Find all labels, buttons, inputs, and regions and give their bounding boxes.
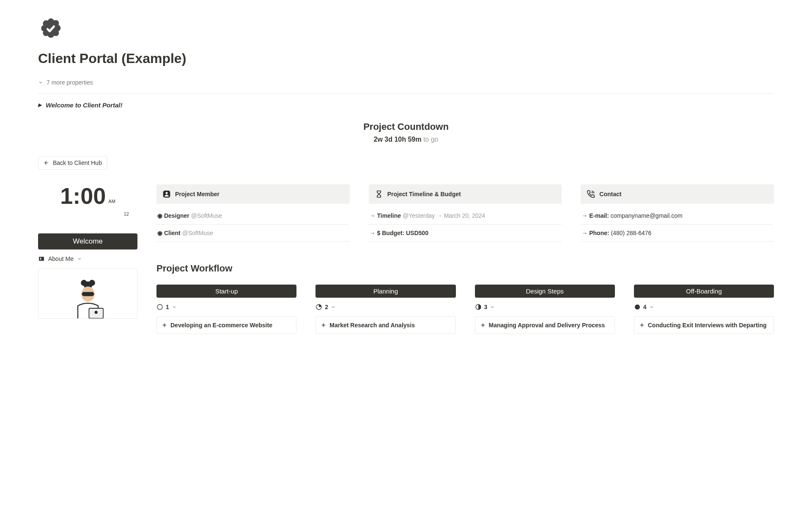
column-header: Start-up [156, 285, 296, 298]
svg-point-11 [166, 192, 168, 194]
card-title: Conducting Exit Interviews with Departin… [648, 322, 767, 329]
page-icon[interactable] [38, 17, 63, 42]
project-member-card: Project Member ◉ Designer @SoftMuse ◉ Cl… [156, 184, 350, 242]
countdown-title: Project Countdown [38, 121, 774, 132]
budget-row[interactable]: → $ Budget: USD500 [369, 225, 562, 242]
back-to-hub-button[interactable]: Back to Client Hub [38, 156, 107, 170]
workflow-column-planning: Planning 2 ✦ Market Research and Analysi… [315, 285, 455, 334]
workflow-column-startup: Start-up 1 ✦ Developing an E-commerce We… [156, 285, 296, 334]
svg-point-12 [157, 304, 162, 310]
phone-value: (480) 288-6476 [611, 230, 652, 236]
card-title: Contact [599, 191, 621, 197]
client-user: @SoftMuse [182, 230, 213, 236]
workflow-title: Project Workflow [156, 263, 774, 274]
designer-row[interactable]: ◉ Designer @SoftMuse [156, 207, 350, 225]
svg-point-9 [94, 311, 97, 314]
progress-half-icon [475, 304, 482, 310]
card-title: Project Timeline & Budget [387, 191, 461, 197]
clock-ampm: AM [108, 199, 115, 204]
chevron-down-icon [172, 304, 177, 310]
svg-rect-1 [39, 257, 44, 260]
clock-date: 12 [38, 211, 137, 217]
card-title: Developing an E-commerce Website [170, 322, 272, 329]
more-properties-label: 7 more properties [47, 79, 93, 86]
about-me-toggle[interactable]: About Me [38, 255, 137, 262]
sparkle-icon: ✦ [321, 322, 326, 329]
timeline-budget-card: Project Timeline & Budget → Timeline @Ye… [369, 184, 562, 242]
clock-time: 1:00 [60, 184, 106, 207]
welcome-banner: Welcome [38, 233, 137, 249]
workflow-card[interactable]: ✦ Managing Approval and Delivery Process [475, 316, 615, 334]
card-title: Project Member [175, 191, 219, 197]
card-title: Managing Approval and Delivery Process [489, 322, 605, 329]
email-value: companyname@gmail.com [611, 212, 683, 219]
welcome-toggle[interactable]: ▶ Welcome to Client Portal! [38, 101, 774, 109]
more-properties-toggle[interactable]: 7 more properties [38, 79, 774, 94]
hourglass-icon [375, 190, 383, 198]
card-title: Market Research and Analysis [329, 322, 415, 329]
progress-quarter-icon [315, 304, 322, 310]
column-count-toggle[interactable]: 3 [475, 304, 615, 310]
triangle-right-icon: ▶ [38, 102, 41, 108]
timeline-row[interactable]: → Timeline @Yesterday → March 20, 2024 [369, 207, 562, 225]
back-button-label: Back to Client Hub [53, 159, 102, 166]
chevron-down-icon [649, 304, 654, 310]
progress-full-icon [634, 304, 641, 310]
svg-rect-7 [82, 292, 94, 296]
svg-point-4 [81, 280, 87, 286]
phone-row[interactable]: → Phone: (480) 288-6476 [581, 225, 774, 242]
clock-widget: 1:00 AM [38, 184, 137, 207]
svg-point-2 [40, 258, 41, 259]
column-count-toggle[interactable]: 1 [156, 304, 296, 310]
countdown-section: Project Countdown 2w 3d 10h 59m to go [38, 121, 774, 143]
avatar-illustration[interactable] [38, 268, 137, 319]
welcome-toggle-label: Welcome to Client Portal! [46, 101, 122, 109]
svg-point-15 [635, 304, 640, 310]
chevron-down-icon [490, 304, 495, 310]
arrow-left-icon [44, 160, 49, 166]
page-title: Client Portal (Example) [38, 51, 774, 66]
column-count-toggle[interactable]: 2 [315, 304, 455, 310]
sparkle-icon: ✦ [639, 322, 645, 329]
column-header: Planning [315, 285, 455, 298]
column-header: Off-Boarding [634, 285, 774, 298]
countdown-suffix: to go [421, 136, 438, 143]
column-count-toggle[interactable]: 4 [634, 304, 774, 310]
designer-user: @SoftMuse [191, 212, 222, 219]
workflow-card[interactable]: ✦ Developing an E-commerce Website [156, 316, 296, 334]
chevron-down-icon [331, 304, 336, 310]
sparkle-icon: ✦ [162, 322, 167, 329]
workflow-column-design: Design Steps 3 ✦ Managing Approval and D… [475, 285, 615, 334]
chevron-down-icon [77, 256, 82, 261]
person-icon [162, 190, 171, 198]
card-icon [38, 255, 45, 262]
progress-empty-icon [156, 304, 163, 310]
client-row[interactable]: ◉ Client @SoftMuse [156, 225, 350, 242]
chevron-down-icon [38, 80, 43, 85]
workflow-card[interactable]: ✦ Market Research and Analysis [315, 316, 455, 334]
phone-icon [587, 190, 595, 198]
svg-point-5 [89, 280, 95, 286]
workflow-column-offboarding: Off-Boarding 4 ✦ Conducting Exit Intervi… [634, 285, 774, 334]
contact-card: Contact → E-mail: companyname@gmail.com … [581, 184, 774, 242]
column-header: Design Steps [475, 285, 615, 298]
countdown-time: 2w 3d 10h 59m [374, 136, 422, 143]
email-row[interactable]: → E-mail: companyname@gmail.com [581, 207, 774, 225]
workflow-card[interactable]: ✦ Conducting Exit Interviews with Depart… [634, 316, 774, 334]
sparkle-icon: ✦ [480, 322, 486, 329]
about-me-label: About Me [48, 255, 74, 262]
